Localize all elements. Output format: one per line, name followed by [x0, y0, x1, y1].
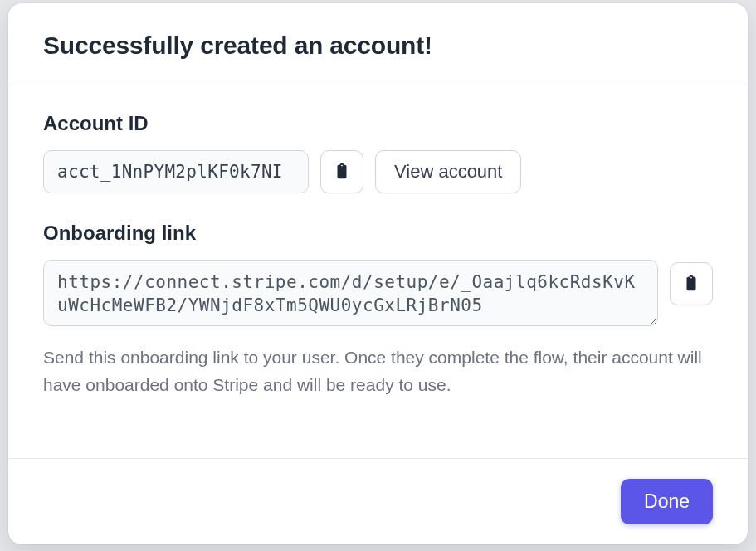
modal-body: Account ID acct_1NnPYM2plKF0k7NI View ac…: [8, 85, 748, 458]
onboarding-link-row: [43, 260, 713, 326]
view-account-label: View account: [394, 161, 502, 183]
clipboard-icon: [333, 162, 351, 183]
account-id-row: acct_1NnPYM2plKF0k7NI View account: [43, 150, 713, 193]
modal-backdrop: Successfully created an account! Account…: [0, 0, 756, 551]
copy-onboarding-link-button[interactable]: [670, 262, 713, 305]
modal-footer: Done: [8, 458, 748, 544]
done-button[interactable]: Done: [621, 479, 713, 524]
account-id-field[interactable]: acct_1NnPYM2plKF0k7NI: [43, 150, 309, 193]
modal-title: Successfully created an account!: [43, 32, 713, 60]
done-button-label: Done: [644, 490, 690, 512]
modal-header: Successfully created an account!: [8, 3, 748, 85]
onboarding-helper-text: Send this onboarding link to your user. …: [43, 344, 707, 398]
onboarding-link-field[interactable]: [43, 260, 658, 326]
view-account-button[interactable]: View account: [375, 150, 521, 193]
clipboard-icon: [682, 274, 700, 295]
copy-account-id-button[interactable]: [320, 150, 363, 193]
account-id-label: Account ID: [43, 112, 713, 135]
success-modal: Successfully created an account! Account…: [8, 3, 748, 544]
onboarding-link-label: Onboarding link: [43, 222, 713, 245]
